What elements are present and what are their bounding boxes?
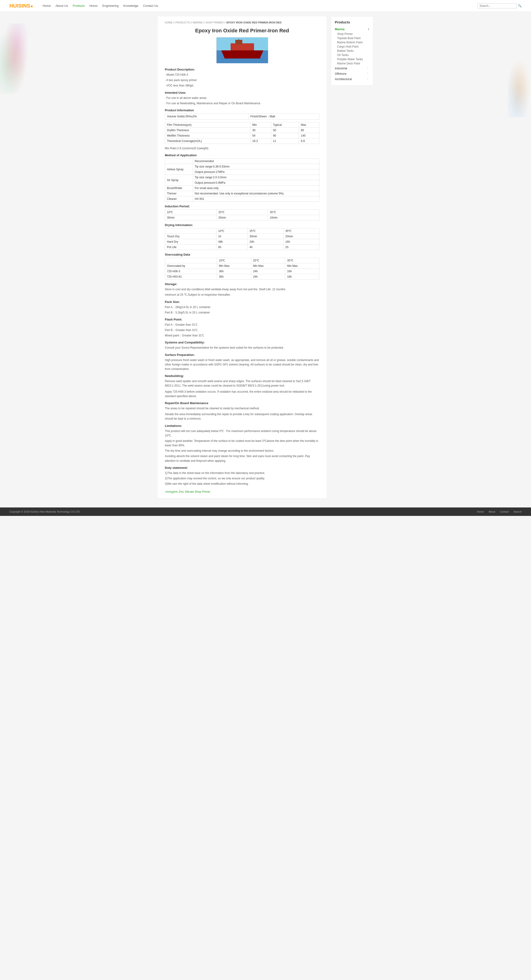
sidebar-marine-items: Shop Primer Topside Boat Paint Marine Bo… [335,32,369,65]
nav-home[interactable]: Home [43,3,51,9]
col-max: Max [299,122,319,127]
product-title: Epoxy Iron Oxide Red Primer-Iron Red [165,28,319,34]
method-application-title: Method of Application [165,153,319,157]
storage-text-1: Store in cool and dry conditions,Well ve… [165,287,319,292]
thinner-label: Thinner [165,191,193,196]
chevron-down-icon: ∨ [368,28,369,31]
nav-products[interactable]: Products [73,3,84,9]
overcoated-by-label: Overcoated by [165,263,217,269]
table-row: Dryfilm Thickness 30 50 80 [165,127,319,133]
footer-link-about[interactable]: About [488,510,495,513]
footer-link-contact[interactable]: Contact [500,510,509,513]
sidebar-item-ballast-tanks[interactable]: Ballast Tanks [335,49,369,53]
table-row: Touch Dry 1h 30min 20min [165,234,319,239]
table-row: Airless Spray Tip size range:0.38-0.53mm [165,164,319,169]
table-row: Air Spray Tip size range:2.0-3.0mm [165,175,319,180]
table-row: 30min 20min 10min [165,215,319,220]
nav-engineering[interactable]: Engineering [102,3,119,9]
storage-title: Storage: [165,282,319,286]
table-row: Theoretical Coverage(m2/L) 18.3 11 6.9 [165,138,319,144]
sidebar-category-offshore-label: Offshore [335,72,347,75]
limitation-4: Avoiding absorb the solvent steam and pa… [165,454,319,463]
sidebar-item-marine-deck-paint[interactable]: Marine Deck Paint [335,61,369,65]
sidebar-item-topside-boat-paint[interactable]: Topside Boat Paint [335,36,369,40]
product-image-svg [217,38,268,63]
logo[interactable]: HUISINS★ [10,3,33,9]
footer-copyright: Copyright © 2018 HuiSins New Materials T… [10,510,81,513]
breadcrumb-home[interactable]: HOME [165,21,173,24]
table-row: Thinner Not recommended. Use only in exc… [165,191,319,196]
search-icon[interactable]: 🔍 [518,4,521,8]
sidebar-item-shop-primer[interactable]: Shop Primer [335,32,369,36]
drying-info-title: Drying Information: [165,223,319,227]
breadcrumb-shop-primer[interactable]: SHOP PRIMER [206,21,223,24]
duty-3: 3)We own the right of the data sheet mod… [165,482,319,486]
airless-spray-label: Airless Spray [165,164,193,175]
footer-link-home[interactable]: Home [477,510,484,513]
desc-epoxy: · A two pack epoxy primer [165,78,319,83]
sidebar-item-marine-bottom-paint[interactable]: Marine Bottom Paint [335,40,369,45]
overcoating-table: 10℃ 25℃ 35℃ Overcoated by Min Max Min Ma… [165,258,319,280]
repair-text1: The areas to be repaired should be clean… [165,406,319,411]
flash-b: Part B：Greater than 31℃. [165,328,319,332]
sidebar-category-marine[interactable]: Marine ∨ [335,27,369,32]
breadcrumb: HOME // PRODUCTS // MARINE // SHOP PRIME… [165,21,319,24]
brush-roller-label: Brush/Roller [165,186,193,191]
sidebar-box: Products Marine ∨ Shop Primer Topside Bo… [331,16,373,86]
footer-link-search[interactable]: Search [514,510,521,513]
duty-title: Duty statement: [165,466,319,469]
application-table: Recommended Airless Spray Tip size range… [165,158,319,202]
search-input[interactable] [477,3,517,8]
breadcrumb-products[interactable]: PRODUCTS [175,21,190,24]
desc-model: · Model:725-H06-3 [165,73,319,77]
pack-b: Part B：5.2kg/5.5L in 20 L container [165,310,319,315]
surface-prep-text: High pressure fresh water wash or fresh … [165,358,319,372]
nav-contact[interactable]: Contact Us [143,3,158,9]
chevron-right-icon-3: 〉 [367,77,369,81]
sidebar-category-industrial[interactable]: Industrial 〉 [335,65,369,71]
sidebar-item-potable-water-tanks[interactable]: Potable Water Tanks [335,57,369,61]
nav-about[interactable]: About Us [55,3,68,9]
sidebar: Products Marine ∨ Shop Primer Topside Bo… [331,16,373,498]
main-nav: Home About Us Products Honor Engineering… [43,3,477,9]
use-2: · For use at Newbuilding, Maintenance an… [165,101,319,106]
logo-text: HUISINS [10,3,30,9]
table-row: Cleaner HX-501 [165,196,319,202]
description-title: Product Description: [165,68,319,71]
systems-text: Consult your Sunrui Representative for t… [165,345,319,350]
duty-2: 2)The application may exceed the control… [165,476,319,481]
cleaner-label: Cleaner [165,196,193,202]
table-row: 725-H53-81 36h 24h 16h [165,274,319,280]
chevron-right-icon-2: 〉 [367,72,369,75]
page-wrapper: HOME // PRODUCTS // MARINE // SHOP PRIME… [153,12,378,503]
nav-honor[interactable]: Honor [89,3,98,9]
drying-table: 10℃ 25℃ 35℃ Touch Dry 1h 30min 20min Har… [165,228,319,250]
chevron-right-icon: 〉 [367,67,369,70]
table-row: Hard Dry 48h 24h 16h [165,239,319,245]
main-content: HOME // PRODUCTS // MARINE // SHOP PRIME… [158,16,327,498]
row-wetfilm: Wetfilm Thickness [165,133,250,138]
sidebar-item-oil-tanks[interactable]: Oil Tanks [335,53,369,57]
pack-size-title: Pack Size: [165,300,319,304]
product-info-title: Product Information [165,108,319,112]
sidebar-category-architectural[interactable]: Architectural 〉 [335,76,369,82]
air-spray-label: Air Spray [165,175,193,186]
splash-right [507,59,531,117]
overcoating-title: Overcoating Data [165,253,319,256]
sidebar-title: Products [335,20,369,24]
header: HUISINS★ Home About Us Products Honor En… [0,0,531,12]
related-product-link[interactable]: «Inorganic Zinc Silicate Shop Primer [165,490,210,493]
svg-marker-2 [221,50,263,59]
finish-sheen: Finish/Sheen：Matt [249,113,319,119]
breadcrumb-marine[interactable]: MARINE [193,21,203,24]
logo-star: ★ [30,5,33,8]
nav-knowledge[interactable]: Knowledge [124,3,138,9]
search-bar: 🔍 [477,3,521,8]
table-row: Wetfilm Thickness 54 90 145 [165,133,319,138]
sidebar-item-cargo-hold-paint[interactable]: Cargo Hold Paint [335,45,369,49]
sidebar-category-offshore[interactable]: Offshore 〉 [335,71,369,76]
volume-solids: Volume Solids:55%±2% [165,113,249,119]
use-1: · For use in all above water areas. [165,96,319,100]
limitation-3: The dry time and overcoating interval ma… [165,449,319,453]
row-coverage: Theoretical Coverage(m2/L) [165,138,250,144]
